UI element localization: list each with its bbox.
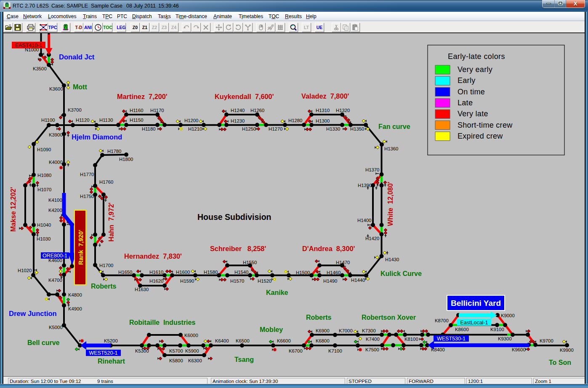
svg-text:K7400: K7400 [366,337,380,342]
svg-text:Mott: Mott [73,83,87,91]
svg-text:H1080: H1080 [37,173,51,178]
svg-text:H1030: H1030 [37,236,51,241]
svg-text:H1500: H1500 [296,270,310,275]
svg-text:K5300: K5300 [135,348,149,353]
svg-text:Roberts: Roberts [91,283,117,290]
svg-text:K3700: K3700 [68,107,82,112]
svg-text:To Son: To Son [549,359,571,366]
svg-text:H1310: H1310 [316,108,330,113]
svg-text:K9700: K9700 [540,338,553,343]
svg-text:H1620: H1620 [149,278,163,284]
svg-text:Makse 12,202': Makse 12,202' [10,187,17,232]
svg-text:Hjelm Diamond: Hjelm Diamond [72,133,122,141]
svg-text:K9600: K9600 [512,347,526,352]
svg-text:Kulick Curve: Kulick Curve [380,270,422,277]
svg-text:H1800: H1800 [119,157,133,162]
svg-text:K4600: K4600 [48,258,62,263]
svg-text:Martinez 7,200': Martinez 7,200' [117,93,168,100]
svg-text:H1390: H1390 [358,183,372,188]
svg-text:H1040: H1040 [37,222,51,227]
svg-text:WEST520-1: WEST520-1 [89,350,117,356]
svg-text:K5700: K5700 [169,348,183,353]
svg-text:K3600: K3600 [49,86,63,91]
svg-text:K5000: K5000 [49,325,63,330]
svg-text:K7500: K7500 [365,347,379,352]
svg-text:H1460: H1460 [327,270,341,275]
svg-text:N1000: N1000 [25,47,39,52]
svg-text:H1200: H1200 [184,118,198,123]
svg-text:K7000: K7000 [339,328,353,333]
svg-text:Early-late colors: Early-late colors [448,52,505,61]
svg-text:H1360: H1360 [384,146,398,151]
svg-text:K8100: K8100 [404,337,418,342]
svg-text:H1320: H1320 [336,108,350,113]
svg-text:K4900: K4900 [68,306,82,311]
svg-text:K4800: K4800 [68,292,82,297]
svg-text:H1330: H1330 [326,126,340,131]
svg-text:H1470: H1470 [336,260,350,265]
svg-text:K8600: K8600 [455,327,469,332]
svg-text:Very early: Very early [458,65,492,74]
svg-text:K9300: K9300 [498,336,512,341]
svg-text:K6700: K6700 [289,348,303,353]
svg-text:K4200: K4200 [48,208,62,213]
svg-text:H1240: H1240 [231,108,245,113]
svg-text:Bellicini Yard: Bellicini Yard [451,299,501,308]
svg-text:H1370: H1370 [365,167,379,172]
svg-text:H1300: H1300 [316,118,330,123]
svg-text:Very late: Very late [458,110,488,118]
svg-text:H1090: H1090 [37,147,51,152]
svg-text:H1160: H1160 [130,108,143,113]
svg-text:H1100: H1100 [41,118,55,123]
svg-text:H1130: H1130 [99,118,113,123]
svg-text:H1070: H1070 [37,187,51,192]
svg-text:D'Andrea 8,300': D'Andrea 8,300' [302,245,355,252]
svg-text:H1420: H1420 [365,236,379,241]
svg-text:K4700: K4700 [48,278,62,283]
svg-text:Roberts: Roberts [306,314,332,321]
svg-text:K8400: K8400 [431,347,445,352]
svg-text:Expired crew: Expired crew [458,132,503,140]
svg-text:Mobley: Mobley [260,326,283,333]
svg-text:H1570: H1570 [230,278,244,284]
svg-text:Robertson Xover: Robertson Xover [362,314,416,321]
svg-text:K6800: K6800 [316,338,330,343]
svg-text:H1580: H1580 [204,270,218,275]
svg-text:H1750: H1750 [80,194,94,199]
svg-text:H1250: H1250 [242,126,256,131]
svg-text:H1780: H1780 [107,149,121,154]
svg-text:H1180: H1180 [142,126,155,131]
svg-text:House Subdivision: House Subdivision [197,212,271,222]
svg-text:K7100: K7100 [328,348,342,353]
svg-text:Hernandez 7,830': Hernandez 7,830' [124,252,182,260]
svg-text:H1550: H1550 [243,260,257,265]
svg-text:K6000: K6000 [184,333,198,338]
svg-text:Robitaille Industries: Robitaille Industries [129,319,195,326]
svg-text:K5200: K5200 [104,338,118,343]
svg-text:K6300: K6300 [188,358,202,363]
svg-text:K3500: K3500 [33,66,47,71]
svg-text:K6600: K6600 [277,338,291,343]
svg-text:Schreiber 8,258': Schreiber 8,258' [210,245,266,252]
svg-text:Fan curve: Fan curve [378,123,410,130]
svg-text:K5800: K5800 [169,358,183,363]
svg-text:Early: Early [458,76,476,85]
svg-text:H1230: H1230 [231,118,245,123]
svg-text:K4100: K4100 [48,198,62,203]
svg-text:K9100: K9100 [490,327,504,332]
svg-text:Rinehart: Rinehart [98,358,125,365]
svg-text:H1270: H1270 [269,126,282,131]
svg-text:K6900: K6900 [316,328,330,333]
svg-text:Kanike: Kanike [266,289,288,296]
svg-text:K6400: K6400 [215,338,229,343]
svg-text:H1540: H1540 [234,270,248,275]
svg-text:H1650: H1650 [118,270,132,275]
svg-text:White 12,080': White 12,080' [387,182,394,226]
svg-text:K7300: K7300 [362,328,376,333]
svg-text:On time: On time [458,88,485,96]
svg-text:WEST530-1: WEST530-1 [437,336,466,342]
svg-text:Short-time crew: Short-time crew [458,121,513,129]
svg-text:H1630: H1630 [135,287,149,292]
svg-text:H1150: H1150 [130,118,143,123]
svg-text:K6500: K6500 [236,338,250,343]
